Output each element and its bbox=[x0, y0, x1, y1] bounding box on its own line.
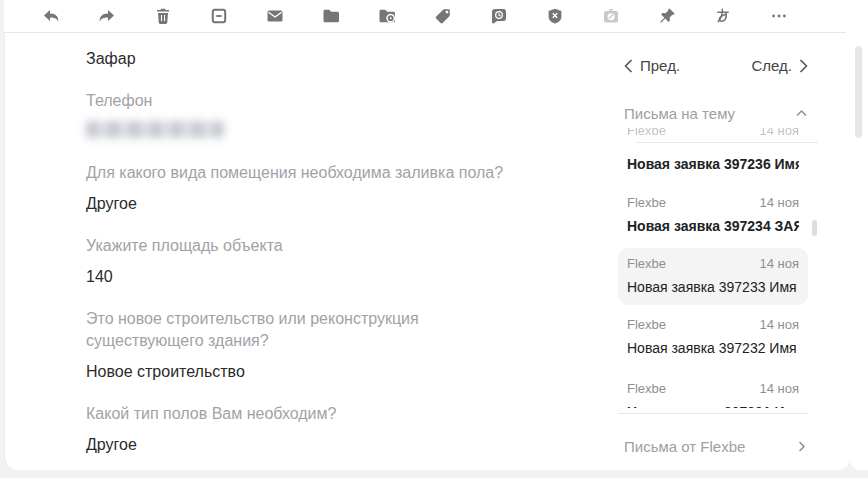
email-sender: Flexbe bbox=[627, 317, 666, 333]
field-phone-label: Телефон bbox=[86, 90, 518, 112]
email-sender: Flexbe bbox=[627, 195, 666, 211]
chevron-right-icon bbox=[795, 440, 808, 453]
email-sender: Flexbe bbox=[627, 256, 666, 272]
tag-icon[interactable] bbox=[433, 6, 453, 26]
email-subject: Новая заявка 397232 Имя … bbox=[627, 339, 799, 357]
list-item[interactable]: Flexbe 14 ноя Новая заявка 397236 Имя … bbox=[618, 128, 808, 173]
email-sender: Flexbe bbox=[627, 128, 666, 139]
list-item[interactable]: Flexbe 14 ноя Новая заявка 397234 ЗАЯ… bbox=[618, 195, 808, 235]
emails-from-sender-link[interactable]: Письма от Flexbe bbox=[624, 438, 808, 455]
list-scrollbar-thumb[interactable] bbox=[812, 220, 817, 236]
question-label: Для какого вида помещения необходима зал… bbox=[86, 162, 518, 184]
page-scrollbar-thumb[interactable] bbox=[855, 46, 862, 138]
section-title: Письма на тему bbox=[624, 105, 735, 122]
envelope-icon[interactable] bbox=[265, 6, 285, 26]
minus-box-icon[interactable] bbox=[209, 6, 229, 26]
list-item[interactable]: Flexbe 14 ноя Новая заявка 397232 Имя … bbox=[618, 317, 808, 357]
trash-icon[interactable] bbox=[153, 6, 173, 26]
thread-list: Flexbe 14 ноя Новая заявка 397236 Имя … … bbox=[618, 128, 818, 414]
chat-clock-icon[interactable] bbox=[489, 6, 509, 26]
prev-label: Пред. bbox=[640, 57, 680, 74]
email-date: 14 ноя bbox=[759, 195, 799, 211]
chevron-right-icon bbox=[799, 59, 808, 73]
reply-icon[interactable] bbox=[41, 6, 61, 26]
message-body: Зафар Телефон Для какого вида помещения … bbox=[86, 40, 586, 478]
divider bbox=[618, 413, 808, 414]
field-name-value: Зафар bbox=[86, 48, 586, 70]
question-answer: Новое строительство bbox=[86, 361, 586, 383]
forward-icon[interactable] bbox=[97, 6, 117, 26]
clipped-row: Flexbe 14 ноя bbox=[627, 128, 799, 141]
more-icon[interactable] bbox=[769, 6, 789, 26]
email-subject: Новая заявка 397231 Имя bbox=[627, 403, 799, 408]
email-date: 14 ноя bbox=[759, 381, 799, 397]
divider bbox=[636, 142, 818, 143]
shield-x-icon[interactable] bbox=[545, 6, 565, 26]
email-subject: Новая заявка 397236 Имя … bbox=[627, 155, 799, 173]
thread-sidebar: Пред. След. Письма на тему Flexbe 14 ноя… bbox=[618, 33, 850, 470]
list-item-selected[interactable]: Flexbe 14 ноя Новая заявка 397233 Имя … bbox=[618, 248, 808, 305]
thread-navigation: Пред. След. bbox=[618, 57, 808, 74]
question-answer: Другое bbox=[86, 434, 586, 456]
question-answer: 140 bbox=[86, 266, 586, 288]
email-subject: Новая заявка 397234 ЗАЯ… bbox=[627, 217, 799, 235]
chevron-up-icon bbox=[795, 107, 808, 120]
email-date: 14 ноя bbox=[759, 128, 799, 139]
list-item[interactable]: Flexbe 14 ноя Новая заявка 397231 Имя bbox=[618, 381, 808, 408]
same-topic-section-header[interactable]: Письма на тему bbox=[624, 105, 808, 122]
footer-link-label: Письма от Flexbe bbox=[624, 438, 745, 455]
pin-icon[interactable] bbox=[657, 6, 677, 26]
email-subject: Новая заявка 397233 Имя … bbox=[627, 278, 799, 296]
prev-email-button[interactable]: Пред. bbox=[624, 57, 680, 74]
question-answer: Другое bbox=[86, 193, 586, 215]
folder-icon[interactable] bbox=[321, 6, 341, 26]
email-date: 14 ноя bbox=[759, 256, 799, 272]
email-sender: Flexbe bbox=[627, 381, 666, 397]
next-email-button[interactable]: След. bbox=[751, 57, 808, 74]
phone-number-redacted bbox=[86, 121, 224, 138]
timer-off-icon[interactable] bbox=[601, 6, 621, 26]
question-label: Какой тип полов Вам необходим? bbox=[86, 403, 518, 425]
question-label: Укажите площадь объекта bbox=[86, 235, 518, 257]
folder-badge-icon[interactable] bbox=[377, 6, 397, 26]
chevron-left-icon bbox=[624, 59, 633, 73]
email-date: 14 ноя bbox=[759, 317, 799, 333]
translate-icon[interactable] bbox=[713, 6, 733, 26]
next-label: След. bbox=[751, 57, 792, 74]
message-toolbar bbox=[4, 0, 846, 33]
question-label: Это новое строительство или реконструкци… bbox=[86, 308, 518, 352]
clipped-row: Новая заявка 397231 Имя bbox=[627, 397, 799, 408]
